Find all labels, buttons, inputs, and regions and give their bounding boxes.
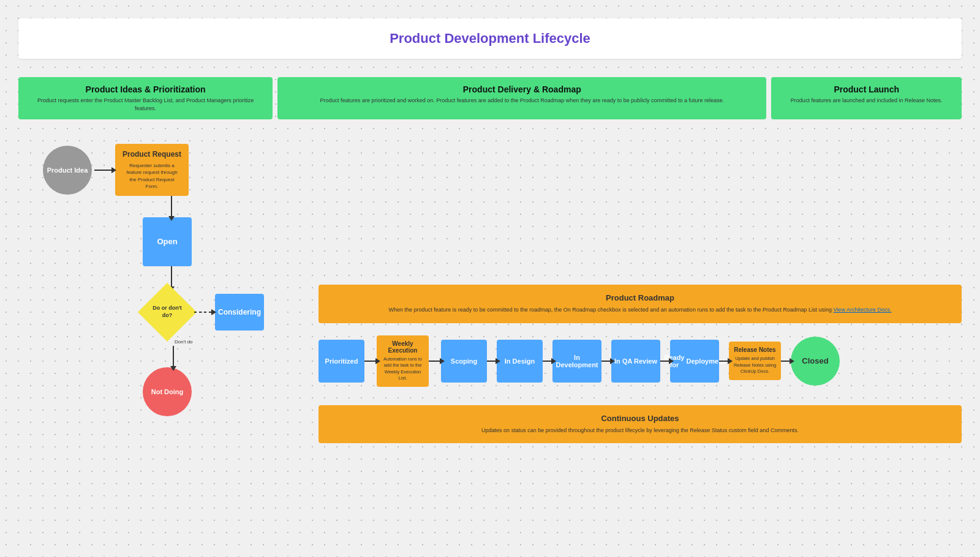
continuous-updates-banner-container: Continuous Updates Updates on status can… bbox=[318, 405, 962, 444]
phase-delivery-label: Product Delivery & Roadmap bbox=[287, 84, 756, 94]
phase-header-launch: Product Launch Product features are laun… bbox=[771, 77, 962, 119]
in-design-node: In Design bbox=[497, 340, 543, 383]
in-development-node: In Development bbox=[552, 340, 601, 383]
product-roadmap-banner: Product Roadmap When the product feature… bbox=[318, 285, 962, 323]
arrow-qa-to-rfd bbox=[660, 361, 670, 362]
phase-header-delivery: Product Delivery & Roadmap Product featu… bbox=[277, 77, 766, 119]
phase-launch-desc: Product features are launched and includ… bbox=[781, 97, 952, 105]
arrow-idea-to-request bbox=[94, 170, 113, 171]
diamond-label: Do or don't do? bbox=[153, 305, 182, 319]
arrow-ind-to-qa bbox=[601, 361, 611, 362]
row-1: Product Idea Product Request Requester s… bbox=[18, 144, 962, 443]
arrow-we-to-s bbox=[429, 361, 441, 362]
idea-to-request-row: Product Idea Product Request Requester s… bbox=[43, 144, 282, 196]
v-arrow-3 bbox=[173, 346, 174, 367]
phase-launch-label: Product Launch bbox=[781, 84, 952, 94]
product-idea-node: Product Idea bbox=[43, 146, 92, 195]
qa-review-node: In QA Review bbox=[611, 340, 660, 383]
release-notes-title: Release Notes bbox=[733, 346, 777, 353]
ready-for-deployment-node: Ready for Deployment bbox=[670, 340, 719, 383]
left-flow: Product Idea Product Request Requester s… bbox=[43, 144, 282, 416]
phase-header-ideas: Product Ideas & Prioritization Product r… bbox=[18, 77, 273, 119]
prioritized-node: Prioritized bbox=[318, 340, 364, 383]
weekly-exec-title: Weekly Execution bbox=[380, 340, 425, 354]
considering-node: Considering bbox=[215, 294, 264, 331]
roadmap-banner-title: Product Roadmap bbox=[331, 293, 949, 302]
arrow-rn-to-closed bbox=[781, 361, 791, 362]
arrow-id-to-ind bbox=[543, 361, 552, 362]
bottom-flow-row: Prioritized Weekly Execution Automation … bbox=[318, 335, 962, 387]
v-arrow-1-container bbox=[160, 196, 282, 217]
arrow-s-to-id bbox=[487, 361, 497, 362]
open-node: Open bbox=[143, 217, 192, 266]
page-title: Product Development Lifecycle bbox=[31, 31, 949, 47]
page-container: Product Development Lifecycle Product Id… bbox=[18, 0, 962, 523]
phase-ideas-desc: Product requests enter the Product Maste… bbox=[28, 97, 263, 112]
updates-banner-desc: Updates on status can be provided throug… bbox=[331, 427, 949, 435]
diamond-row: Do or don't do? Considering bbox=[43, 288, 282, 337]
diagram-area: Product Idea Product Request Requester s… bbox=[18, 138, 962, 505]
scoping-node: Scoping bbox=[441, 340, 487, 383]
not-doing-node: Not Doing bbox=[143, 367, 192, 416]
continuous-updates-banner: Continuous Updates Updates on status can… bbox=[318, 405, 962, 444]
updates-banner-title: Continuous Updates bbox=[331, 414, 949, 423]
v-arrow-2 bbox=[171, 266, 172, 288]
arrow-p-to-we bbox=[364, 361, 377, 362]
phase-headers: Product Ideas & Prioritization Product r… bbox=[18, 77, 962, 119]
product-request-node: Product Request Requester submits a feat… bbox=[115, 144, 189, 196]
release-notes-desc: Update and publish Release Notes using C… bbox=[733, 356, 777, 375]
closed-node: Closed bbox=[791, 337, 840, 386]
roadmap-banner-link[interactable]: View Architecture Docs. bbox=[834, 307, 892, 313]
product-request-desc: Requester submits a feature request thro… bbox=[123, 162, 181, 190]
dont-do-label: Don't do bbox=[175, 339, 193, 345]
weekly-exec-desc: Automation runs to add the task to the W… bbox=[380, 356, 425, 382]
not-doing-container: Not Doing bbox=[143, 367, 282, 416]
open-node-container: Open bbox=[143, 217, 192, 266]
phase-delivery-desc: Product features are prioritized and wor… bbox=[287, 97, 756, 105]
arrow-diamond-to-considering bbox=[194, 312, 213, 313]
v-arrow-1 bbox=[171, 196, 172, 217]
v-arrow-2-container bbox=[160, 266, 282, 288]
title-card: Product Development Lifecycle bbox=[18, 18, 962, 59]
product-roadmap-banner-container: Product Roadmap When the product feature… bbox=[318, 285, 962, 323]
weekly-execution-node: Weekly Execution Automation runs to add … bbox=[377, 335, 429, 387]
v-arrow-3-container: Don't do bbox=[162, 337, 282, 367]
phase-ideas-label: Product Ideas & Prioritization bbox=[28, 84, 263, 94]
roadmap-banner-desc: When the product feature is ready to be … bbox=[331, 306, 949, 315]
diamond-wrapper: Do or don't do? bbox=[143, 288, 192, 337]
arrow-rfd-to-rn bbox=[719, 361, 729, 362]
product-request-title: Product Request bbox=[123, 150, 181, 159]
diamond-text-container: Do or don't do? bbox=[143, 288, 192, 337]
release-notes-node: Release Notes Update and publish Release… bbox=[729, 342, 781, 380]
right-flow: Product Roadmap When the product feature… bbox=[282, 144, 962, 443]
